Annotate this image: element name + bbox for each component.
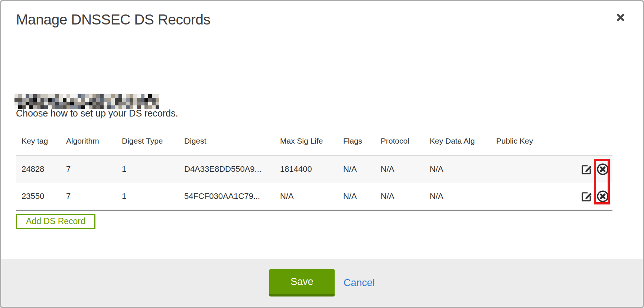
add-ds-record-button[interactable]: Add DS Record (16, 214, 95, 229)
table-row: 24828 7 1 D4A33E8DD550A9... 1814400 N/A … (16, 155, 612, 183)
cell-digest-type: 1 (122, 164, 184, 174)
delete-icon (596, 163, 609, 176)
col-header-digest-type: Digest Type (122, 137, 184, 145)
col-header-key-data-alg: Key Data Alg (430, 137, 496, 145)
edit-record-button[interactable] (580, 190, 593, 203)
table-body: 24828 7 1 D4A33E8DD550A9... 1814400 N/A … (16, 155, 612, 211)
cell-digest: D4A33E8DD550A9... (184, 164, 280, 174)
close-icon (615, 12, 626, 23)
cancel-link[interactable]: Cancel (344, 277, 375, 289)
table-row: 23550 7 1 54FCF030AA1C79... N/A N/A N/A … (16, 183, 612, 210)
cell-max-sig-life: 1814400 (280, 164, 343, 174)
dialog-title: Manage DNSSEC DS Records (16, 12, 210, 28)
cell-algorithm: 7 (66, 191, 122, 201)
cell-key-tag: 23550 (16, 191, 66, 201)
col-header-flags: Flags (343, 137, 381, 145)
col-header-protocol: Protocol (381, 137, 430, 145)
cell-digest: 54FCF030AA1C79... (184, 191, 280, 201)
setup-instruction: Choose how to set up your DS records. (16, 108, 178, 119)
edit-icon (580, 190, 593, 203)
col-header-public-key: Public Key (496, 137, 577, 145)
delete-record-button[interactable] (596, 163, 609, 176)
redacted-domain (14, 94, 159, 109)
edit-record-button[interactable] (580, 163, 593, 176)
cell-key-data-alg: N/A (430, 164, 496, 174)
close-button[interactable] (613, 10, 628, 25)
col-header-algorithm: Algorithm (66, 137, 122, 145)
delete-icon (596, 190, 609, 203)
delete-record-button[interactable] (596, 190, 609, 203)
cell-algorithm: 7 (66, 164, 122, 174)
col-header-key-tag: Key tag (16, 137, 66, 145)
table-header-row: Key tag Algorithm Digest Type Digest Max… (16, 127, 612, 155)
cell-protocol: N/A (381, 191, 430, 201)
cell-key-data-alg: N/A (430, 191, 496, 201)
col-header-digest: Digest (184, 137, 280, 145)
dialog-footer: Save Cancel (1, 259, 643, 307)
cell-flags: N/A (343, 164, 381, 174)
cell-key-tag: 24828 (16, 164, 66, 174)
ds-records-table: Key tag Algorithm Digest Type Digest Max… (16, 127, 612, 211)
cell-digest-type: 1 (122, 191, 184, 201)
col-header-max-sig-life: Max Sig Life (280, 137, 343, 145)
save-button[interactable]: Save (269, 269, 335, 296)
cell-max-sig-life: N/A (280, 191, 343, 201)
cell-protocol: N/A (381, 164, 430, 174)
cell-flags: N/A (343, 191, 381, 201)
edit-icon (580, 163, 593, 176)
manage-dnssec-dialog: Manage DNSSEC DS Records Choose how to s… (0, 0, 644, 308)
